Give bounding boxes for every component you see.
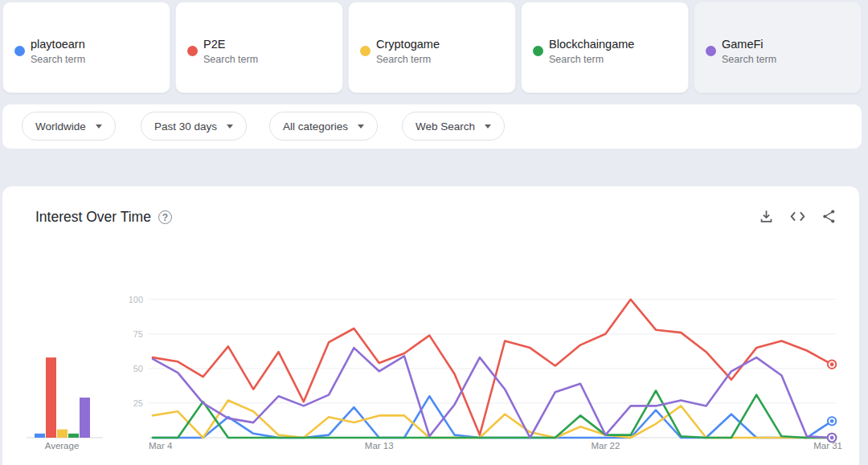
average-bar-cryptogame [57,430,68,438]
download-icon[interactable] [759,209,774,224]
average-axis-label: Average [45,441,80,451]
filter-worldwide[interactable]: Worldwide [22,112,116,141]
filter-label: All categories [283,120,348,133]
filter-past-30-days[interactable]: Past 30 days [141,112,247,141]
term-label: GameFi [722,38,764,51]
y-tick-label: 25 [133,398,143,408]
term-color-dot [360,46,371,56]
term-type-label: Search term [376,54,431,65]
term-label: Blockchaingame [549,38,634,51]
term-label: playtoearn [31,38,85,51]
filter-label: Past 30 days [154,120,217,133]
term-card-gamefi[interactable]: GameFiSearch term [694,2,862,93]
term-color-dot [706,46,716,56]
term-color-dot [14,46,25,56]
x-tick-label: Mar 31 [813,441,842,451]
interest-over-time-panel: Interest Over Time ? Average 255075100Ma… [2,186,859,465]
chevron-down-icon [227,124,233,128]
term-color-dot [187,46,198,56]
share-icon[interactable] [821,209,837,224]
chevron-down-icon [96,124,102,128]
term-label: P2E [203,38,225,51]
term-color-dot [533,46,543,56]
y-tick-label: 75 [133,329,143,339]
average-bar-p2e [46,357,56,438]
term-label: Cryptogame [376,38,440,51]
filter-bar: WorldwidePast 30 daysAll categoriesWeb S… [2,104,862,149]
x-tick-label: Mar 13 [365,441,394,451]
line-cryptogame [153,401,832,438]
average-bar-blockchaingame [68,434,79,438]
line-gamefi [153,348,832,438]
y-tick-label: 50 [133,364,143,373]
section-title: Interest Over Time [35,209,151,226]
term-type-label: Search term [203,54,258,65]
average-bar-playtoearn [35,434,45,438]
filter-label: Web Search [416,120,475,133]
line-playtoearn [153,396,832,438]
y-tick-label: 100 [129,295,143,304]
average-bar-gamefi [80,398,90,438]
chevron-down-icon [358,124,364,128]
term-card-cryptogame[interactable]: CryptogameSearch term [348,2,516,93]
term-type-label: Search term [722,54,776,65]
filter-all-categories[interactable]: All categories [269,112,378,141]
term-type-label: Search term [549,54,604,65]
term-card-playtoearn[interactable]: playtoearnSearch term [2,2,170,93]
endpoint-dot-p2e [830,362,834,366]
filter-web-search[interactable]: Web Search [402,112,505,141]
chevron-down-icon [485,124,491,128]
average-bar-chart: Average [27,337,115,462]
filter-label: Worldwide [35,120,86,133]
endpoint-dot-playtoearn [830,419,834,423]
embed-icon[interactable] [789,209,806,224]
interest-line-chart[interactable]: 255075100Mar 4Mar 13Mar 22Mar 31 [121,285,854,458]
term-card-p2e[interactable]: P2ESearch term [175,2,343,93]
endpoint-dot-gamefi [830,436,834,440]
term-card-blockchaingame[interactable]: BlockchaingameSearch term [521,2,689,93]
x-tick-label: Mar 22 [592,441,620,451]
term-type-label: Search term [31,54,85,65]
help-icon[interactable]: ? [158,210,172,224]
x-tick-label: Mar 4 [149,441,173,451]
